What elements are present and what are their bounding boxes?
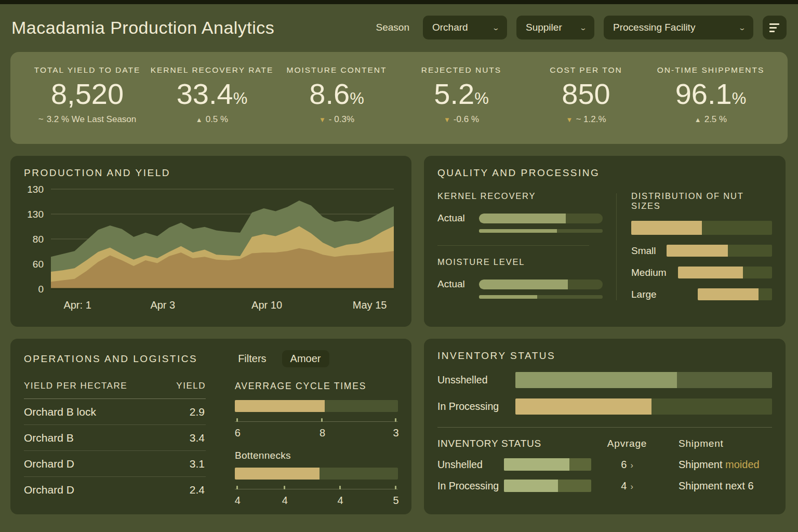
kpi-kernel-recovery-rate: KERNEL RECOVERY RATE 33.4% ▲0.5 % <box>150 65 274 144</box>
panel-title: INVENTORY STATUS <box>437 350 772 362</box>
slider-tick[interactable] <box>395 486 396 489</box>
filters-button[interactable]: Filters <box>238 353 266 365</box>
unshelled-label: Unsshelled <box>437 374 515 386</box>
kpi-value: 33.4% <box>150 79 274 110</box>
facility-dropdown[interactable]: Processing Facility ⌄ <box>604 16 753 39</box>
production-yield-area-chart: 13013080600Apr: 1Apr 3Apr 10May 15 <box>24 182 398 313</box>
supplier-dropdown-label: Suppiler <box>526 22 562 33</box>
kpi-band: TOTAL YIELD TO DATE 8,520 ~3.2 % We Last… <box>10 52 788 144</box>
operations-logistics-panel: OPERATIONS AND LOGISTICS Filters Amoer Y… <box>10 339 411 514</box>
column-header: Apvrage <box>598 438 656 449</box>
page-title: Macadamia Production Analytics <box>11 18 274 38</box>
column-header: YIELD <box>176 381 206 391</box>
chevron-right-icon[interactable]: › <box>630 461 633 470</box>
kpi-delta: ▼-0.6 % <box>399 114 524 125</box>
actual-label: Actual <box>437 278 479 290</box>
kpi-value: 850 <box>524 79 648 110</box>
kpi-moisture-content: MOISTURE CONTENT 8.6% ▼- 0.3% <box>274 65 399 144</box>
bottlenecks-tick-labels: 4445 <box>235 495 398 507</box>
sort-lines-icon[interactable] <box>763 16 787 39</box>
quality-processing-panel: QUALITY AND PROCESSING KERNEL RECOVERY A… <box>424 156 786 327</box>
amoer-button[interactable]: Amoer <box>282 350 329 367</box>
inventory-bar-row: Unsshelled <box>437 372 772 388</box>
nut-size-bar-row: Small <box>631 245 772 257</box>
column-header: Shipment <box>656 438 772 449</box>
unshelled-bar <box>515 372 772 388</box>
large-label: Large <box>631 289 698 300</box>
x-axis-tick-label: May 15 <box>353 299 387 311</box>
actual-label: Actual <box>437 212 479 224</box>
y-axis-tick-label: 130 <box>27 209 44 220</box>
kernel-recovery-thin-bar <box>479 229 603 233</box>
season-label: Season <box>376 22 409 33</box>
facility-dropdown-label: Processing Facility <box>613 22 695 33</box>
y-axis-tick-label: 130 <box>27 184 44 195</box>
kpi-value: 8,520 <box>25 79 150 110</box>
kpi-delta: ▼~ 1.2.% <box>524 114 648 125</box>
x-axis-tick-label: Apr: 1 <box>63 299 91 311</box>
bottlenecks-slider[interactable] <box>235 487 398 491</box>
table-row[interactable]: Orchard B lock2.9 <box>24 399 206 425</box>
kpi-label: REJECTED NUTS <box>399 65 524 75</box>
moisture-level-thin-bar <box>479 295 603 299</box>
kpi-label: COST PER TON <box>524 65 648 75</box>
arrow-up-icon: ▲ <box>695 116 701 124</box>
kpi-value: 8.6% <box>274 79 399 110</box>
orchard-dropdown[interactable]: Orchard ⌄ <box>423 16 507 39</box>
slider-line <box>235 489 398 489</box>
kpi-total-yield: TOTAL YIELD TO DATE 8,520 ~3.2 % We Last… <box>25 65 150 144</box>
production-yield-panel: PRODUCTION AND YIELD 13013080600Apr: 1Ap… <box>10 156 411 327</box>
kpi-label: ON-TIME SHIPPMENTS <box>648 65 773 75</box>
slider-tick[interactable] <box>395 418 396 422</box>
table-row[interactable]: Orchard D3.1 <box>24 451 206 477</box>
bottlenecks-bar <box>235 468 398 480</box>
table-row[interactable]: Orchard D2.4 <box>24 477 206 502</box>
slider-tick[interactable] <box>284 486 285 489</box>
nut-size-bar-row <box>631 221 772 235</box>
bottlenecks-title: Bottennecks <box>235 450 398 461</box>
kpi-delta: ▲2.5 % <box>648 114 773 125</box>
chevron-down-icon: ⌄ <box>579 24 587 32</box>
y-axis-tick-label: 80 <box>33 234 44 245</box>
kpi-label: KERNEL RECOVERY RATE <box>150 65 274 75</box>
divider <box>437 427 772 428</box>
table-row[interactable]: In Processing 4› Shipment next 6 <box>437 480 772 492</box>
moisture-level-bar <box>479 280 603 289</box>
kpi-delta: ▼- 0.3% <box>274 114 399 125</box>
moisture-level-label: MOISTURE LEVEL <box>437 257 603 267</box>
top-strip <box>0 0 798 4</box>
small-label: Small <box>631 245 667 257</box>
column-header: INVENTORY STATUS <box>437 438 598 449</box>
chevron-right-icon[interactable]: › <box>630 482 633 491</box>
slider-tick[interactable] <box>339 486 341 489</box>
slider-tick[interactable] <box>236 486 238 489</box>
table-row[interactable]: Unshelled 6› Shipment moided <box>437 458 772 471</box>
table-row[interactable]: Orchard B3.4 <box>24 425 206 451</box>
panel-title: OPERATIONS AND LOGISTICS <box>24 353 197 365</box>
nut-sizes-title: DISTRIBUTION OF NUT SIZES <box>631 191 772 211</box>
panel-title: QUALITY AND PROCESSING <box>437 167 772 179</box>
panel-title: PRODUCTION AND YIELD <box>24 167 398 179</box>
inventory-status-panel: INVENTORY STATUS Unsshelled In Processin… <box>424 339 786 514</box>
supplier-dropdown[interactable]: Suppiler ⌄ <box>516 16 594 39</box>
nut-size-bar <box>631 221 772 235</box>
medium-label: Medium <box>631 267 678 278</box>
orchard-dropdown-label: Orchard <box>432 22 468 33</box>
nut-size-bar-small <box>667 245 772 257</box>
cycle-times-tick-labels: 683 <box>235 427 398 440</box>
slider-line <box>235 421 398 422</box>
slider-tick-label: 8 <box>320 427 325 439</box>
vertical-divider <box>616 193 617 300</box>
slider-tick-label: 5 <box>393 495 398 507</box>
slider-tick[interactable] <box>236 418 238 422</box>
slider-tick[interactable] <box>321 418 323 422</box>
x-axis-tick-label: Apr 3 <box>150 299 175 311</box>
nut-size-bar-medium <box>678 267 772 278</box>
cycle-times-slider[interactable] <box>235 420 398 424</box>
kpi-value: 5.2% <box>399 79 524 110</box>
slider-tick-label: 4 <box>338 495 343 507</box>
arrow-down-icon: ▼ <box>319 116 326 124</box>
kernel-recovery-bar <box>479 214 603 223</box>
arrow-down-icon: ▼ <box>444 116 450 124</box>
kpi-label: MOISTURE CONTENT <box>274 65 399 75</box>
